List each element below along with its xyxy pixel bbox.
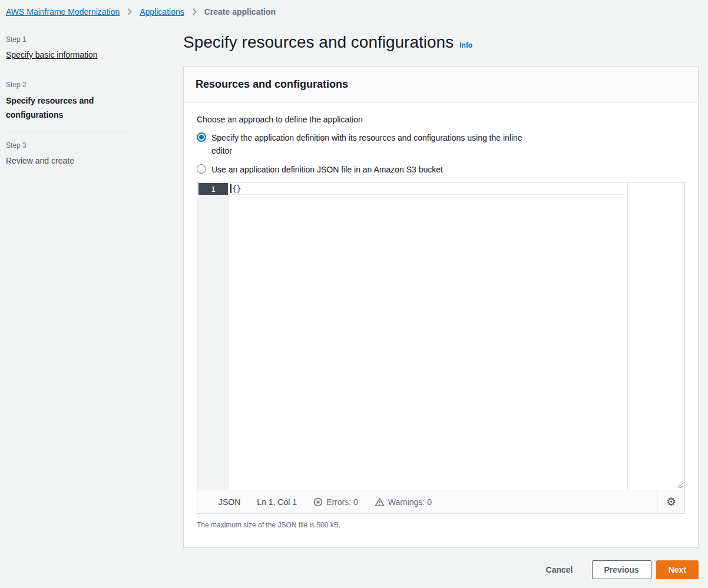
- panel-header: Resources and configurations: [184, 67, 698, 103]
- page-title: Specify resources and configurations: [183, 33, 454, 52]
- step-number-label: Step 2: [6, 81, 132, 89]
- radio-option-inline-editor[interactable]: Specify the application definition with …: [197, 131, 685, 157]
- line-number-gutter: 1: [197, 182, 229, 490]
- warnings-status: Warnings: 0: [375, 497, 432, 507]
- json-code-editor: 1 {}: [197, 182, 685, 514]
- editor-settings-button[interactable]: ⚙: [657, 490, 684, 513]
- step-number-label: Step 1: [6, 35, 132, 44]
- wizard-step-3: Step 3 Review and create: [6, 132, 132, 178]
- code-editor-body: 1 {}: [197, 182, 684, 490]
- cursor-position-label: Ln 1, Col 1: [257, 497, 297, 507]
- radio-option-s3-json[interactable]: Use an application definition JSON file …: [197, 163, 685, 176]
- breadcrumb-link-applications[interactable]: Applications: [140, 7, 184, 16]
- cancel-button[interactable]: Cancel: [544, 560, 575, 579]
- next-button[interactable]: Next: [656, 560, 699, 579]
- errors-count-label: Errors: 0: [326, 497, 358, 507]
- code-editor-content[interactable]: {}: [229, 182, 684, 490]
- previous-button[interactable]: Previous: [592, 560, 651, 579]
- breadcrumb: AWS Mainframe Modernization Applications…: [5, 5, 699, 16]
- radio-option-label[interactable]: Use an application definition JSON file …: [211, 163, 443, 176]
- chevron-right-icon: [190, 8, 198, 16]
- editor-right-strip: [628, 182, 684, 490]
- text-cursor: [230, 184, 231, 193]
- gear-icon: ⚙: [666, 496, 676, 507]
- editor-language-label: JSON: [219, 497, 240, 507]
- editor-status-bar: JSON Ln 1, Col 1 Errors: 0 Warnings: 0: [197, 490, 684, 513]
- error-circle-icon: [313, 497, 323, 507]
- code-text: {}: [232, 184, 241, 193]
- breadcrumb-link-service[interactable]: AWS Mainframe Modernization: [6, 7, 120, 16]
- wizard-step-2: Step 2 Specify resources and configurati…: [6, 72, 132, 132]
- info-link[interactable]: Info: [459, 41, 472, 49]
- step-3-label: Review and create: [6, 154, 132, 167]
- breadcrumb-current: Create application: [204, 7, 276, 16]
- active-line-number: 1: [198, 183, 228, 195]
- radio-button-selected-icon[interactable]: [197, 132, 206, 142]
- create-application-page: AWS Mainframe Modernization Applications…: [0, 0, 708, 588]
- step-2-label: Specify resources and configurations: [6, 94, 132, 122]
- radio-option-label[interactable]: Specify the application definition with …: [211, 131, 541, 157]
- chevron-right-icon: [125, 8, 134, 16]
- panel-title: Resources and configurations: [196, 78, 686, 91]
- main-content: Specify resources and configurations Inf…: [183, 27, 699, 579]
- wizard-steps-nav: Step 1 Specify basic information Step 2 …: [5, 27, 132, 579]
- resources-configurations-panel: Resources and configurations Choose an a…: [183, 66, 699, 547]
- step-1-link[interactable]: Specify basic information: [6, 48, 98, 61]
- approach-label: Choose an approach to define the applica…: [197, 115, 685, 124]
- step-number-label: Step 3: [6, 141, 132, 150]
- warning-triangle-icon: [375, 497, 385, 507]
- errors-status: Errors: 0: [313, 497, 358, 507]
- wizard-step-1: Step 1 Specify basic information: [6, 27, 132, 72]
- radio-button-unselected-icon[interactable]: [197, 164, 206, 174]
- code-line-1[interactable]: {}: [229, 183, 627, 195]
- warnings-count-label: Warnings: 0: [388, 497, 432, 507]
- max-size-footnote: The maximum size of the JSON file is 500…: [197, 521, 685, 529]
- wizard-actions: Cancel Previous Next: [183, 560, 699, 579]
